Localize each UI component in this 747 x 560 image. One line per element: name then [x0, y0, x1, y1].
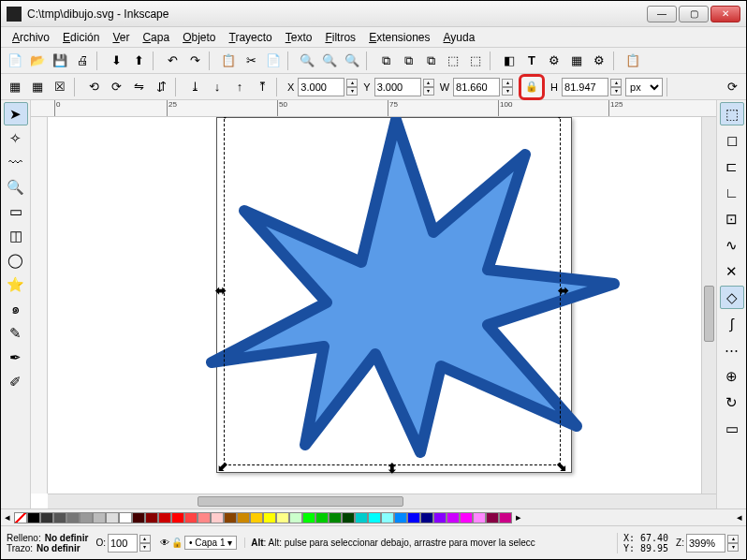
handle-s[interactable]: ⬍ — [386, 462, 399, 475]
cut-icon[interactable]: ✂ — [241, 51, 261, 71]
bezier-tool[interactable]: ✒ — [4, 346, 28, 369]
open-file-icon[interactable]: 📂 — [27, 51, 48, 71]
color-swatch[interactable] — [276, 512, 289, 523]
color-swatch[interactable] — [53, 512, 66, 523]
lock-aspect-button[interactable]: 🔒 — [519, 74, 545, 100]
snap-path-icon[interactable]: ∿ — [720, 233, 744, 257]
color-swatch[interactable] — [381, 512, 394, 523]
palette-menu-icon[interactable]: ◂ — [737, 511, 742, 523]
snap-intersection-icon[interactable]: ✕ — [720, 259, 744, 283]
menu-archivo[interactable]: Archivo — [7, 29, 55, 46]
color-swatch[interactable] — [198, 512, 211, 523]
calligraphy-tool[interactable]: ✐ — [4, 370, 28, 393]
h-spinner[interactable]: ▴▾ — [610, 79, 622, 96]
fill-stroke-icon[interactable]: ◧ — [499, 51, 520, 71]
color-swatch[interactable] — [211, 512, 224, 523]
handle-n[interactable]: ⬍ — [386, 117, 399, 118]
selector-tool[interactable]: ➤ — [4, 102, 28, 125]
opacity-spinner[interactable]: ▴▾ — [139, 535, 151, 552]
snap-center-icon[interactable]: ⊕ — [720, 364, 744, 388]
text-icon[interactable]: T — [521, 51, 542, 71]
snap-smooth-icon[interactable]: ∫ — [720, 312, 744, 335]
import-icon[interactable]: ⬇ — [106, 51, 126, 71]
xml-icon[interactable]: ⚙ — [544, 51, 564, 71]
group-icon[interactable]: ⬚ — [443, 51, 463, 71]
zoom-spinner[interactable]: ▴▾ — [727, 535, 739, 552]
color-swatch[interactable] — [486, 512, 499, 523]
horizontal-scrollbar[interactable] — [48, 494, 716, 508]
raise-icon[interactable]: ↑ — [229, 77, 250, 97]
handle-w[interactable]: ⬌ — [214, 284, 227, 297]
color-swatch[interactable] — [473, 512, 486, 523]
snap-bbox-icon[interactable]: ◻ — [720, 128, 744, 152]
duplicate-icon[interactable]: ⧉ — [375, 51, 396, 71]
color-swatch[interactable] — [132, 512, 145, 523]
close-button[interactable]: ✕ — [710, 6, 740, 22]
canvas[interactable]: ⬉ ⬍ ⬈ ⬌ ⬌ ⬋ ⬍ ⬊ — [48, 117, 701, 494]
color-swatch[interactable] — [171, 512, 184, 523]
lower-icon[interactable]: ↓ — [207, 77, 227, 97]
select-all-icon[interactable]: ▦ — [5, 77, 25, 97]
x-spinner[interactable]: ▴▾ — [346, 79, 358, 96]
color-swatch[interactable] — [289, 512, 302, 523]
snap-midpoint-icon[interactable]: ⋯ — [720, 338, 744, 361]
preferences-icon[interactable]: ⚙ — [589, 51, 609, 71]
color-swatch[interactable] — [237, 512, 250, 523]
color-swatch[interactable] — [499, 512, 512, 523]
color-swatch[interactable] — [302, 512, 315, 523]
raise-top-icon[interactable]: ⤒ — [252, 77, 272, 97]
menu-ver[interactable]: Ver — [107, 29, 135, 46]
color-swatch[interactable] — [329, 512, 342, 523]
snap-enable-icon[interactable]: ⬚ — [720, 102, 744, 125]
align-icon[interactable]: ▦ — [566, 51, 587, 71]
color-swatch[interactable] — [80, 512, 93, 523]
print-icon[interactable]: 🖨 — [72, 51, 93, 71]
rotate-cw-icon[interactable]: ⟳ — [106, 77, 126, 97]
tweak-tool[interactable]: 〰 — [4, 151, 28, 174]
node-tool[interactable]: ✧ — [4, 126, 28, 150]
snap-bbox-corner-icon[interactable]: ∟ — [720, 181, 744, 204]
color-swatch[interactable] — [355, 512, 368, 523]
redo-icon[interactable]: ↷ — [184, 51, 205, 71]
menu-capa[interactable]: Capa — [137, 29, 175, 46]
w-input[interactable] — [453, 78, 500, 96]
color-swatch[interactable] — [93, 512, 106, 523]
spiral-tool[interactable]: ๑ — [4, 297, 28, 320]
new-file-icon[interactable]: 📄 — [5, 51, 25, 71]
copy-icon[interactable]: 📋 — [218, 51, 239, 71]
snap-rotation-icon[interactable]: ↻ — [720, 391, 744, 414]
handle-nw[interactable]: ⬉ — [216, 117, 229, 120]
menu-extensiones[interactable]: Extensiones — [363, 29, 435, 46]
palette-right-icon[interactable]: ▸ — [516, 511, 521, 523]
y-input[interactable] — [374, 78, 421, 96]
zoom-selection-icon[interactable]: 🔍 — [297, 51, 317, 71]
h-input[interactable] — [562, 78, 608, 96]
color-swatch[interactable] — [447, 512, 460, 523]
box3d-tool[interactable]: ◫ — [4, 224, 28, 247]
rotate-ccw-icon[interactable]: ⟲ — [83, 77, 104, 97]
color-swatch[interactable] — [40, 512, 53, 523]
zoom-drawing-icon[interactable]: 🔍 — [319, 51, 340, 71]
clone-icon[interactable]: ⧉ — [398, 51, 418, 71]
color-swatch[interactable] — [184, 512, 198, 523]
maximize-button[interactable]: ▢ — [679, 6, 709, 22]
color-swatch[interactable] — [420, 512, 433, 523]
opacity-input[interactable] — [108, 534, 138, 553]
deselect-icon[interactable]: ☒ — [50, 77, 70, 97]
snap-page-icon[interactable]: ▭ — [720, 417, 744, 440]
flip-h-icon[interactable]: ⇋ — [128, 77, 149, 97]
snap-bbox-edge-icon[interactable]: ⊏ — [720, 155, 744, 178]
color-swatch[interactable] — [119, 512, 132, 523]
color-swatch[interactable] — [27, 512, 40, 523]
unlink-clone-icon[interactable]: ⧉ — [420, 51, 441, 71]
rectangle-tool[interactable]: ▭ — [4, 199, 28, 223]
zoom-input[interactable] — [686, 534, 725, 553]
handle-se[interactable]: ⬊ — [555, 460, 568, 473]
vertical-scrollbar[interactable] — [701, 117, 716, 494]
snap-node-icon[interactable]: ⊡ — [720, 207, 744, 230]
stroke-value[interactable]: No definir — [37, 543, 81, 553]
unit-select[interactable]: px — [625, 78, 663, 96]
layer-lock-icon[interactable]: 🔓 — [171, 538, 183, 548]
undo-icon[interactable]: ↶ — [162, 51, 183, 71]
color-swatch[interactable] — [263, 512, 276, 523]
